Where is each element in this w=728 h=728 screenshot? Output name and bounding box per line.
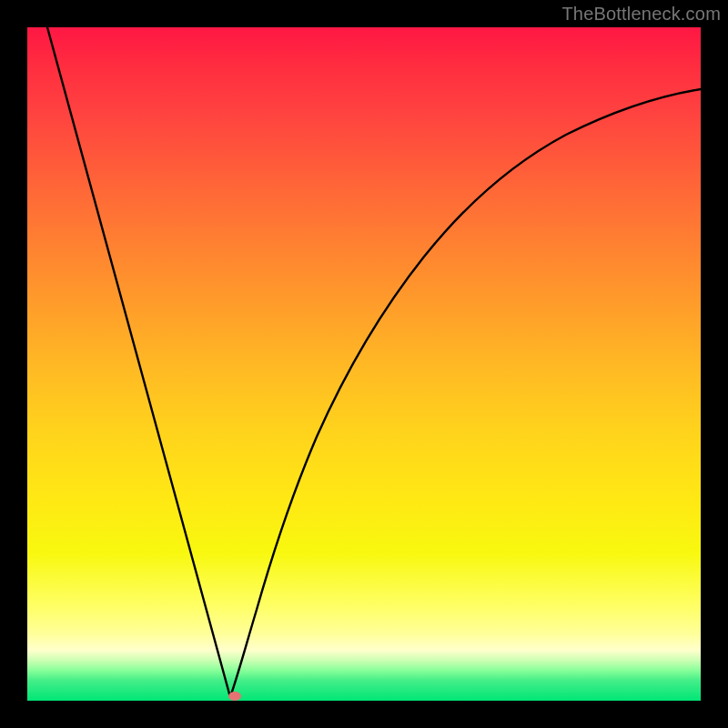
watermark-text: TheBottleneck.com [561,4,721,25]
curve-svg [27,27,701,701]
bottleneck-curve [47,27,701,697]
plot-area [27,27,701,701]
vertex-marker [228,692,241,701]
chart-container: TheBottleneck.com [0,0,728,728]
